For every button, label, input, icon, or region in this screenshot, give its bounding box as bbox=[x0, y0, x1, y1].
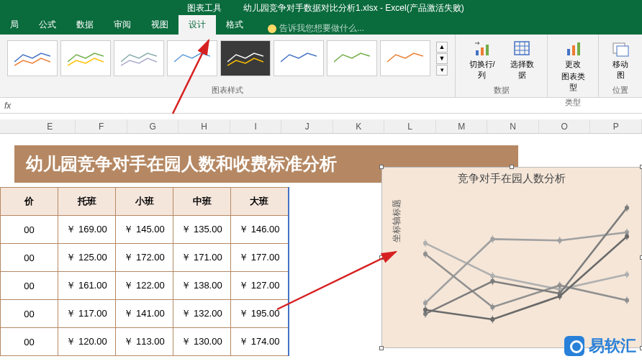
watermark: 易软汇 bbox=[564, 335, 636, 357]
chart-style-6[interactable] bbox=[273, 40, 324, 76]
resize-handle[interactable] bbox=[379, 255, 384, 260]
col-M[interactable]: M bbox=[436, 119, 488, 133]
col-N[interactable]: N bbox=[487, 119, 539, 133]
tab-format[interactable]: 格式 bbox=[216, 15, 253, 35]
group-chart-styles: ▲ ▼ ▾ 图表样式 bbox=[0, 35, 456, 97]
chart-title[interactable]: 竞争对手在园人数分析 bbox=[382, 172, 641, 186]
price-table[interactable]: 价 托班 小班 中班 大班 00￥ 169.00￥ 145.00￥ 135.00… bbox=[0, 187, 289, 356]
group-label-data: 数据 bbox=[494, 83, 510, 96]
table-cell[interactable]: ￥ 125.00 bbox=[58, 244, 116, 272]
chart-y-axis-label[interactable]: 坐标轴标题 bbox=[391, 199, 403, 242]
chart-style-8[interactable] bbox=[380, 40, 430, 76]
col-O[interactable]: O bbox=[539, 119, 591, 133]
sheet-area[interactable]: 幼儿园竞争对手在园人数和收费标准分析 价 托班 小班 中班 大班 00￥ 169… bbox=[0, 134, 642, 356]
group-label-styles: 图表样式 bbox=[212, 83, 243, 96]
switch-row-col-label: 切换行/列 bbox=[466, 59, 498, 81]
table-cell[interactable]: ￥ 130.00 bbox=[173, 328, 231, 356]
gallery-scroll-up[interactable]: ▲ bbox=[436, 42, 448, 53]
resize-handle[interactable] bbox=[510, 165, 514, 169]
chart-style-2[interactable] bbox=[60, 40, 111, 76]
table-row[interactable]: 00￥ 125.00￥ 172.00￥ 171.00￥ 177.00 bbox=[1, 244, 289, 272]
table-cell[interactable]: 00 bbox=[1, 244, 58, 272]
table-cell[interactable]: ￥ 120.00 bbox=[58, 328, 116, 356]
group-label-loc: 位置 bbox=[612, 83, 628, 96]
move-chart-button[interactable]: 移动图 bbox=[605, 37, 636, 83]
tell-me-search[interactable]: 告诉我您想要做什么... bbox=[268, 22, 364, 35]
chart-style-5[interactable] bbox=[220, 40, 271, 76]
table-cell[interactable]: ￥ 171.00 bbox=[173, 244, 231, 272]
th-xiao[interactable]: 小班 bbox=[116, 188, 173, 216]
table-cell[interactable]: ￥ 146.00 bbox=[231, 216, 289, 244]
col-F[interactable]: F bbox=[76, 119, 127, 133]
table-row[interactable]: 00￥ 117.00￥ 141.00￥ 132.00￥ 195.00 bbox=[1, 300, 289, 328]
resize-handle[interactable] bbox=[379, 165, 384, 169]
table-row[interactable]: 00￥ 169.00￥ 145.00￥ 135.00￥ 146.00 bbox=[1, 216, 289, 244]
tab-data[interactable]: 数据 bbox=[66, 15, 104, 35]
table-cell[interactable]: ￥ 161.00 bbox=[58, 272, 116, 300]
col-P[interactable]: P bbox=[590, 119, 642, 133]
watermark-logo-icon bbox=[564, 336, 584, 356]
resize-handle[interactable] bbox=[379, 346, 384, 350]
table-cell[interactable]: 00 bbox=[1, 328, 58, 356]
col-I[interactable]: I bbox=[230, 119, 282, 133]
tab-design[interactable]: 设计 bbox=[178, 15, 216, 35]
chart-tools-context: 图表工具 bbox=[180, 0, 229, 17]
table-cell[interactable]: ￥ 117.00 bbox=[58, 300, 116, 328]
change-chart-type-button[interactable]: 更改 图表类型 bbox=[553, 37, 592, 96]
select-data-icon bbox=[513, 40, 530, 58]
svg-rect-8 bbox=[567, 49, 570, 55]
chart-style-1[interactable] bbox=[7, 40, 58, 76]
table-row[interactable]: 00￥ 120.00￥ 113.00￥ 130.00￥ 174.00 bbox=[1, 328, 289, 356]
formula-bar[interactable]: fx bbox=[0, 98, 642, 114]
select-data-button[interactable]: 选择数据 bbox=[502, 37, 541, 83]
table-cell[interactable]: ￥ 141.00 bbox=[116, 300, 173, 328]
chart-style-7[interactable] bbox=[327, 40, 377, 76]
group-type: 更改 图表类型 类型 bbox=[548, 35, 599, 97]
chart-style-4[interactable] bbox=[167, 40, 217, 76]
table-cell[interactable]: 00 bbox=[1, 272, 58, 300]
col-K[interactable]: K bbox=[333, 119, 385, 133]
table-cell[interactable]: ￥ 135.00 bbox=[173, 216, 231, 244]
change-type-l2: 图表类型 bbox=[558, 71, 588, 93]
svg-rect-12 bbox=[617, 46, 628, 56]
move-chart-icon bbox=[612, 40, 629, 58]
table-cell[interactable]: ￥ 127.00 bbox=[231, 272, 289, 300]
svg-rect-10 bbox=[577, 42, 580, 55]
table-cell[interactable]: ￥ 132.00 bbox=[173, 300, 231, 328]
gallery-expand[interactable]: ▾ bbox=[436, 65, 448, 76]
gallery-scroll-down[interactable]: ▼ bbox=[436, 53, 448, 64]
col-J[interactable]: J bbox=[281, 119, 333, 133]
table-cell[interactable]: ￥ 138.00 bbox=[173, 272, 231, 300]
tab-view[interactable]: 视图 bbox=[141, 15, 178, 35]
table-cell[interactable]: ￥ 177.00 bbox=[231, 244, 289, 272]
chart-style-3[interactable] bbox=[114, 40, 164, 76]
table-cell[interactable]: ￥ 195.00 bbox=[231, 300, 289, 328]
tab-layout[interactable]: 局 bbox=[0, 15, 29, 35]
table-cell[interactable]: 00 bbox=[1, 300, 58, 328]
tab-review[interactable]: 审阅 bbox=[104, 15, 141, 35]
th-zhong[interactable]: 中班 bbox=[173, 188, 231, 216]
col-G[interactable]: G bbox=[127, 119, 179, 133]
table-cell[interactable]: 00 bbox=[1, 216, 58, 244]
th-da[interactable]: 大班 bbox=[231, 188, 289, 216]
table-row[interactable]: 00￥ 161.00￥ 122.00￥ 138.00￥ 127.00 bbox=[1, 272, 289, 300]
table-cell[interactable]: ￥ 169.00 bbox=[58, 216, 116, 244]
group-location: 移动图 位置 bbox=[599, 35, 642, 97]
tab-formulas[interactable]: 公式 bbox=[29, 15, 66, 35]
embedded-chart[interactable]: 竞争对手在园人数分析 坐标轴标题 bbox=[381, 167, 642, 348]
chart-plot-area[interactable] bbox=[418, 194, 634, 345]
fx-icon[interactable]: fx bbox=[4, 101, 11, 111]
svg-rect-9 bbox=[572, 45, 575, 55]
col-E[interactable]: E bbox=[24, 119, 76, 133]
col-L[interactable]: L bbox=[384, 119, 436, 133]
switch-row-col-button[interactable]: 切换行/列 bbox=[461, 37, 502, 83]
table-cell[interactable]: ￥ 172.00 bbox=[116, 244, 173, 272]
th-tuo[interactable]: 托班 bbox=[58, 188, 116, 216]
table-cell[interactable]: ￥ 174.00 bbox=[231, 328, 289, 356]
table-cell[interactable]: ￥ 145.00 bbox=[116, 216, 173, 244]
table-cell[interactable]: ￥ 122.00 bbox=[116, 272, 173, 300]
switch-row-col-icon bbox=[474, 40, 491, 58]
th-price[interactable]: 价 bbox=[1, 188, 58, 216]
col-H[interactable]: H bbox=[178, 119, 230, 133]
table-cell[interactable]: ￥ 113.00 bbox=[116, 328, 173, 356]
